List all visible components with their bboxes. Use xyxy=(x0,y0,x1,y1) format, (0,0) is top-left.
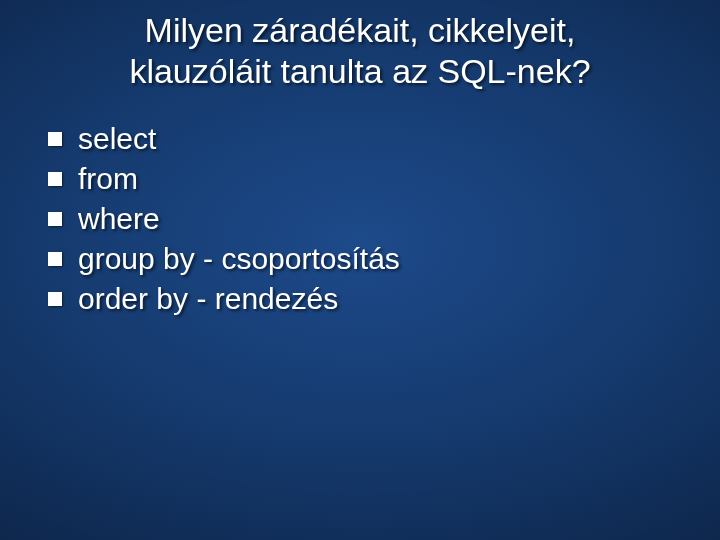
list-item: group by - csoportosítás xyxy=(48,242,720,276)
slide: Milyen záradékait, cikkelyeit, klauzólái… xyxy=(0,0,720,540)
list-item-text: where xyxy=(78,202,160,236)
title-line-1: Milyen záradékait, cikkelyeit, xyxy=(145,11,576,49)
list-item-text: group by - csoportosítás xyxy=(78,242,400,276)
square-bullet-icon xyxy=(48,292,62,306)
list-item-text: order by - rendezés xyxy=(78,282,338,316)
title-line-2: klauzóláit tanulta az SQL-nek? xyxy=(129,52,590,90)
list-item: select xyxy=(48,122,720,156)
slide-body: select from where group by - csoportosít… xyxy=(0,92,720,316)
list-item: order by - rendezés xyxy=(48,282,720,316)
square-bullet-icon xyxy=(48,132,62,146)
list-item-text: from xyxy=(78,162,138,196)
square-bullet-icon xyxy=(48,212,62,226)
list-item: where xyxy=(48,202,720,236)
slide-title: Milyen záradékait, cikkelyeit, klauzólái… xyxy=(0,0,720,92)
list-item-text: select xyxy=(78,122,156,156)
square-bullet-icon xyxy=(48,172,62,186)
list-item: from xyxy=(48,162,720,196)
square-bullet-icon xyxy=(48,252,62,266)
